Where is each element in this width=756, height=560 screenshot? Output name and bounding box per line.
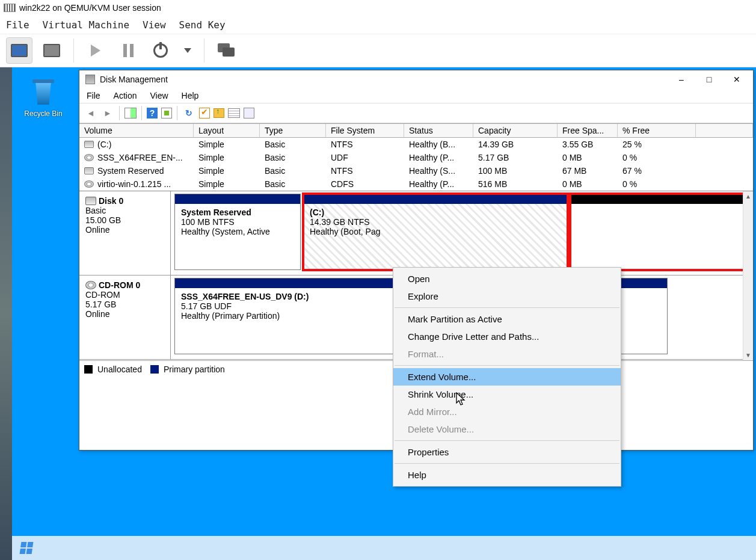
attach-vhd-icon[interactable] (214, 108, 224, 118)
ctx-delete-volume[interactable]: Delete Volume... (393, 420, 621, 438)
close-button[interactable]: ✕ (723, 70, 751, 88)
hdd-volume-icon (84, 141, 94, 148)
legend-unalloc: Unallocated (97, 365, 142, 374)
rescan-icon[interactable] (199, 108, 210, 118)
dm-menu-help[interactable]: Help (182, 91, 199, 100)
volume-row[interactable]: SSS_X64FREE_EN-...SimpleBasicUDFHealthy … (79, 151, 753, 164)
legend-unalloc-swatch (84, 365, 93, 374)
dm-app-icon (85, 75, 95, 84)
partition-unallocated[interactable] (570, 194, 749, 270)
cd-volume-icon (84, 180, 94, 188)
start-button[interactable] (12, 536, 41, 560)
run-button[interactable] (82, 37, 109, 64)
disk0-size: 15.00 GB (85, 215, 164, 225)
volume-row[interactable]: virtio-win-0.1.215 ...SimpleBasicCDFSHea… (79, 177, 753, 191)
c-title: (C:) (310, 208, 324, 217)
menu-vm[interactable]: Virtual Machine (43, 19, 130, 31)
volume-cell: Basic (260, 138, 326, 151)
shutdown-menu-caret[interactable] (180, 37, 195, 64)
volume-cell: System Reserved (79, 164, 194, 177)
volume-cell: 100 MB (473, 164, 558, 177)
disk0-type: Basic (85, 206, 164, 215)
ctx-help[interactable]: Help (393, 466, 621, 484)
col-volume[interactable]: Volume (79, 124, 194, 138)
ctx-shrink-volume[interactable]: Shrink Volume... (393, 386, 621, 403)
dm-menu-file[interactable]: File (87, 91, 100, 100)
col-layout[interactable]: Layout (194, 124, 260, 138)
volume-cell: Simple (194, 164, 260, 177)
sysres-title: System Reserved (181, 208, 251, 217)
volume-row[interactable]: System ReservedSimpleBasicNTFSHealthy (S… (79, 164, 753, 177)
shutdown-button[interactable] (147, 37, 174, 64)
maximize-button[interactable]: □ (695, 70, 723, 88)
volume-cell: Basic (260, 177, 326, 191)
cdrom0-label: CD-ROM 0 (99, 280, 140, 290)
disk-icon (85, 197, 96, 205)
partition-c[interactable]: (C:) 14.39 GB NTFS Healthy (Boot, Pag (303, 194, 568, 270)
vm-icon (4, 4, 16, 12)
volume-cell: Healthy (P... (404, 177, 473, 191)
refresh-icon[interactable] (182, 106, 195, 120)
volume-cell: Basic (260, 151, 326, 164)
menu-sendkey[interactable]: Send Key (179, 19, 226, 31)
volume-cell: 5.17 GB (473, 151, 558, 164)
recycle-bin[interactable]: Recycle Bin (19, 78, 67, 118)
fullscreen-button[interactable] (213, 37, 239, 64)
ctx-change-letter[interactable]: Change Drive Letter and Paths... (393, 328, 621, 345)
col-pct[interactable]: % Free (618, 124, 696, 138)
volume-row[interactable]: (C:)SimpleBasicNTFSHealthy (B...14.39 GB… (79, 138, 753, 151)
taskbar[interactable] (12, 536, 756, 560)
ctx-mark-active[interactable]: Mark Partition as Active (393, 310, 621, 328)
ctx-extend-volume[interactable]: Extend Volume... (393, 368, 621, 386)
guest-desktop: Recycle Bin Disk Management – □ ✕ File A… (12, 67, 756, 560)
partition-context-menu: Open Explore Mark Partition as Active Ch… (393, 267, 621, 487)
volume-cell: NTFS (326, 138, 404, 151)
volume-cell: Simple (194, 151, 260, 164)
menu-view[interactable]: View (143, 19, 166, 31)
ctx-open[interactable]: Open (393, 270, 621, 288)
nav-back-icon[interactable] (84, 106, 97, 120)
volume-cell: 0 MB (558, 151, 618, 164)
partition-system-reserved[interactable]: System Reserved 100 MB NTFS Healthy (Sys… (174, 194, 301, 270)
volume-cell: 516 MB (473, 177, 558, 191)
volume-cell: 0 MB (558, 177, 618, 191)
view-grid-icon[interactable] (124, 108, 137, 118)
col-status[interactable]: Status (404, 124, 473, 138)
cd-volume-icon (84, 154, 94, 161)
volume-cell: 25 % (618, 138, 696, 151)
volume-cell: 67 MB (558, 164, 618, 177)
disk-pane-scrollbar[interactable]: ▲ ▼ (743, 191, 753, 360)
volume-cell: 0 % (618, 151, 696, 164)
volume-cell: Basic (260, 164, 326, 177)
volume-cell: SSS_X64FREE_EN-... (79, 151, 194, 164)
details-button[interactable] (38, 37, 65, 64)
nav-forward-icon[interactable] (101, 106, 114, 120)
ctx-explore[interactable]: Explore (393, 288, 621, 305)
cdrom-icon (85, 281, 96, 289)
menu-file[interactable]: File (6, 19, 29, 31)
dm-menu-action[interactable]: Action (114, 91, 137, 100)
minimize-button[interactable]: – (668, 70, 695, 88)
console-button[interactable] (6, 37, 32, 64)
ctx-format[interactable]: Format... (393, 345, 621, 363)
ctx-add-mirror[interactable]: Add Mirror... (393, 403, 621, 420)
properties-icon[interactable] (244, 108, 254, 118)
recycle-bin-label: Recycle Bin (19, 109, 67, 118)
settings-icon[interactable] (161, 108, 172, 118)
col-fs[interactable]: File System (326, 124, 404, 138)
cdrom0-size: 5.17 GB (85, 300, 164, 309)
col-type[interactable]: Type (260, 124, 326, 138)
action-list-icon[interactable] (228, 108, 240, 118)
cdrom-part-title: SSS_X64FREE_EN-US_DV9 (D:) (181, 292, 309, 301)
dm-menu-view[interactable]: View (150, 91, 168, 100)
volume-cell: Healthy (P... (404, 151, 473, 164)
ctx-properties[interactable]: Properties (393, 443, 621, 461)
pause-button[interactable] (115, 37, 141, 64)
host-window-title: win2k22 on QEMU/KVM User session (19, 3, 161, 13)
col-capacity[interactable]: Capacity (473, 124, 558, 138)
host-menubar: File Virtual Machine View Send Key (0, 16, 756, 34)
help-icon[interactable] (147, 108, 158, 118)
volume-cell: 67 % (618, 164, 696, 177)
col-free[interactable]: Free Spa... (558, 124, 618, 138)
cdrom-part-line1: 5.17 GB UDF (181, 301, 232, 311)
